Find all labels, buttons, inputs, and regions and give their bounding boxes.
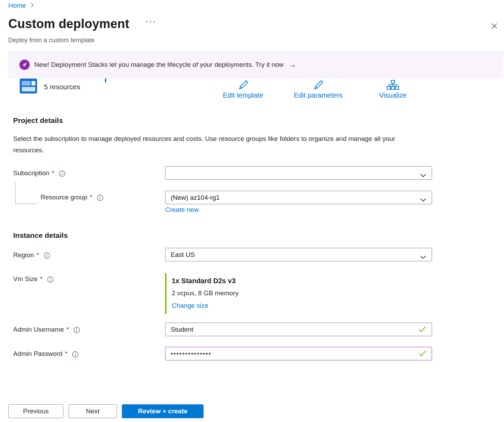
region-label-row: Region *	[13, 251, 50, 259]
admin-password-label: Admin Password	[13, 350, 63, 358]
vm-size-specs: 2 vcpus, 8 GB memory	[172, 287, 238, 299]
breadcrumb: Home	[8, 2, 34, 9]
next-button[interactable]: Next	[69, 404, 117, 418]
new-feature-banner[interactable]: New! Deployment Stacks let you manage th…	[8, 51, 503, 79]
region-value: East US	[171, 251, 195, 259]
edit-parameters-label: Edit parameters	[284, 91, 353, 99]
admin-username-input[interactable]: Student	[165, 323, 432, 336]
instance-details-heading: Instance details	[13, 231, 68, 240]
rocket-icon	[19, 60, 30, 70]
org-chart-icon	[358, 78, 428, 91]
subscription-select[interactable]	[165, 166, 432, 180]
info-icon[interactable]	[44, 252, 50, 259]
info-icon[interactable]	[47, 276, 54, 283]
pencil-icon	[208, 78, 278, 91]
project-details-heading: Project details	[13, 116, 63, 125]
admin-username-value: Student	[171, 326, 194, 333]
region-label: Region	[13, 251, 34, 259]
vm-size-label: Vm Size	[13, 275, 38, 283]
visualize-button[interactable]: Visualize	[358, 78, 428, 99]
chevron-down-icon	[420, 196, 426, 204]
breadcrumb-chevron-icon	[31, 2, 34, 9]
banner-arrow-icon: →	[288, 60, 296, 69]
home-link[interactable]: Home	[8, 2, 26, 9]
previous-button[interactable]: Previous	[8, 404, 63, 418]
resource-group-value: (New) az104-rg1	[171, 194, 220, 201]
title-context-menu[interactable]: ···	[145, 16, 156, 27]
edit-parameters-button[interactable]: Edit parameters	[284, 78, 353, 99]
edit-template-label: Edit template	[208, 91, 278, 99]
pencil-icon	[284, 78, 353, 91]
clipped-element-artifact	[105, 79, 106, 82]
required-asterisk: *	[52, 169, 54, 177]
review-create-button[interactable]: Review + create	[122, 404, 204, 418]
subscription-label-row: Subscription *	[13, 169, 65, 177]
title-row: Custom deployment ···	[8, 17, 156, 31]
field-connector-line	[15, 182, 37, 204]
close-button[interactable]	[489, 22, 499, 32]
subscription-label: Subscription	[13, 169, 50, 177]
custom-deployment-page: Home Custom deployment ··· Deploy from a…	[0, 0, 504, 422]
page-title: Custom deployment	[8, 17, 129, 31]
valid-checkmark-icon	[418, 350, 426, 358]
page-subtitle: Deploy from a custom template	[8, 37, 94, 44]
required-asterisk: *	[65, 350, 68, 358]
template-icon	[20, 79, 37, 95]
vm-size-label-row: Vm Size *	[13, 275, 54, 283]
admin-username-label-row: Admin Username *	[13, 326, 80, 333]
admin-password-value: ••••••••••••••	[171, 350, 212, 357]
resource-group-label-row: Resource group *	[40, 194, 104, 201]
admin-password-label-row: Admin Password *	[13, 350, 79, 358]
info-icon[interactable]	[97, 195, 104, 201]
required-asterisk: *	[36, 251, 39, 259]
required-asterisk: *	[90, 194, 92, 201]
chevron-down-icon	[420, 171, 426, 179]
info-icon[interactable]	[73, 327, 80, 333]
vm-size-name: 1x Standard D2s v3	[172, 275, 238, 287]
resource-group-label: Resource group	[40, 194, 87, 201]
visualize-label: Visualize	[358, 91, 428, 99]
banner-message: New! Deployment Stacks let you manage th…	[34, 61, 284, 69]
project-details-description: Select the subscription to manage deploy…	[13, 133, 413, 156]
create-new-link[interactable]: Create new	[165, 206, 199, 214]
change-size-link[interactable]: Change size	[172, 299, 238, 312]
admin-password-input[interactable]: ••••••••••••••	[165, 347, 432, 360]
valid-checkmark-icon	[418, 326, 426, 334]
region-select[interactable]: East US	[165, 248, 432, 261]
resources-count: 5 resources	[44, 83, 80, 91]
required-asterisk: *	[66, 326, 69, 333]
info-icon[interactable]	[72, 351, 79, 358]
required-asterisk: *	[40, 275, 43, 283]
vm-size-block: 1x Standard D2s v3 2 vcpus, 8 GB memory …	[165, 273, 238, 314]
resource-group-select[interactable]: (New) az104-rg1	[165, 191, 432, 204]
edit-template-button[interactable]: Edit template	[208, 78, 278, 99]
admin-username-label: Admin Username	[13, 326, 64, 333]
close-icon	[491, 23, 498, 31]
info-icon[interactable]	[59, 170, 65, 177]
chevron-down-icon	[420, 253, 426, 261]
